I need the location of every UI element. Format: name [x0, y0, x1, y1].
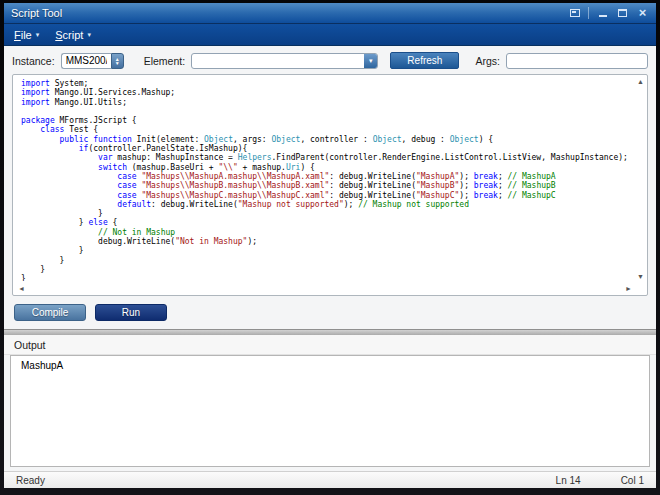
scroll-left-icon[interactable]: ◄ [18, 285, 25, 292]
chevron-down-icon: ▾ [87, 30, 91, 39]
maximize-icon [618, 9, 627, 17]
spinner-down-icon: ▼ [115, 61, 120, 65]
script-tool-window: Script Tool × File ▾ Script ▾ [0, 0, 660, 495]
scroll-down-icon[interactable]: ▼ [637, 273, 644, 280]
minimize-icon [599, 15, 607, 17]
code-editor[interactable]: import System;import Mango.UI.Services.M… [12, 74, 648, 296]
code-line: package MForms.JScript { [21, 116, 633, 125]
maximize-button[interactable] [616, 7, 629, 20]
code-line: var mashup: MashupInstance = Helpers.Fin… [21, 153, 633, 162]
code-line: default: debug.WriteLine("Mashup not sup… [21, 200, 633, 209]
status-bar: Ready Ln 14 Col 1 [4, 471, 656, 488]
args-input[interactable] [506, 53, 648, 69]
window-title: Script Tool [11, 7, 62, 19]
scroll-right-icon[interactable]: ► [625, 285, 632, 292]
status-column-number: Col 1 [621, 475, 644, 486]
code-line: } else { [21, 218, 633, 227]
code-line: } [21, 209, 633, 218]
code-line: if(controller.PanelState.IsMashup){ [21, 144, 633, 153]
menu-bar: File ▾ Script ▾ [4, 24, 656, 46]
instance-spinner[interactable]: ▲ ▼ [111, 53, 124, 69]
close-button[interactable]: × [636, 7, 649, 20]
run-button[interactable]: Run [95, 304, 167, 321]
element-label: Element: [144, 55, 185, 67]
chevron-down-icon: ▾ [36, 30, 40, 39]
popout-window-button[interactable] [568, 7, 581, 20]
element-combobox: ▾ [191, 53, 378, 69]
code-content: import System;import Mango.UI.Services.M… [21, 79, 633, 281]
window-controls-separator [588, 7, 589, 19]
action-buttons: Compile Run [4, 296, 656, 321]
compile-button[interactable]: Compile [14, 304, 86, 321]
code-line: import System; [21, 79, 633, 88]
code-line: } [21, 256, 633, 265]
menu-file[interactable]: File ▾ [14, 29, 39, 41]
code-line: } [21, 265, 633, 274]
output-header: Output [4, 335, 656, 355]
code-line: public function Init(element: Object, ar… [21, 135, 633, 144]
code-line: case "Mashups\\MashupB.mashup\\MashupB.x… [21, 181, 633, 190]
instance-label: Instance: [12, 55, 55, 67]
code-line: } [21, 274, 633, 281]
element-input[interactable] [191, 53, 378, 69]
code-line [21, 107, 633, 116]
code-line: // Not in Mashup [21, 228, 633, 237]
element-dropdown-button[interactable]: ▾ [364, 54, 377, 68]
code-line: case "Mashups\\MashupA.mashup\\MashupA.x… [21, 172, 633, 181]
toolbar: Instance: ▲ ▼ Element: ▾ Refresh Args: [4, 46, 656, 72]
code-line: switch (mashup.BaseUri + "\\" + mashup.U… [21, 163, 633, 172]
scroll-up-icon[interactable]: ▲ [637, 78, 644, 85]
code-line: import Mango.UI.Utils; [21, 98, 633, 107]
title-bar[interactable]: Script Tool × [4, 3, 656, 24]
code-line: import Mango.UI.Services.Mashup; [21, 88, 633, 97]
chevron-down-icon: ▾ [369, 57, 373, 65]
code-line: class Test { [21, 125, 633, 134]
instance-field: ▲ ▼ [61, 53, 124, 69]
main-content: Instance: ▲ ▼ Element: ▾ Refresh Args: i… [4, 46, 656, 471]
code-line: debug.WriteLine("Not in Mashup"); [21, 237, 633, 246]
output-line: MashupA [21, 359, 639, 372]
refresh-button[interactable]: Refresh [390, 52, 459, 69]
output-text[interactable]: MashupA [10, 355, 650, 467]
status-position: Ln 14 Col 1 [556, 475, 644, 486]
popout-window-icon [570, 9, 580, 17]
menu-file-label: File [14, 29, 32, 41]
menu-script-label: Script [55, 29, 83, 41]
code-line: case "Mashups\\MashupC.mashup\\MashupC.x… [21, 191, 633, 200]
status-line-number: Ln 14 [556, 475, 581, 486]
close-icon: × [639, 7, 647, 19]
code-line: } [21, 246, 633, 255]
instance-input[interactable] [61, 53, 111, 69]
args-label: Args: [475, 55, 500, 67]
status-ready: Ready [16, 475, 45, 486]
window-controls: × [568, 7, 649, 20]
menu-script[interactable]: Script ▾ [55, 29, 91, 41]
minimize-button[interactable] [596, 7, 609, 20]
